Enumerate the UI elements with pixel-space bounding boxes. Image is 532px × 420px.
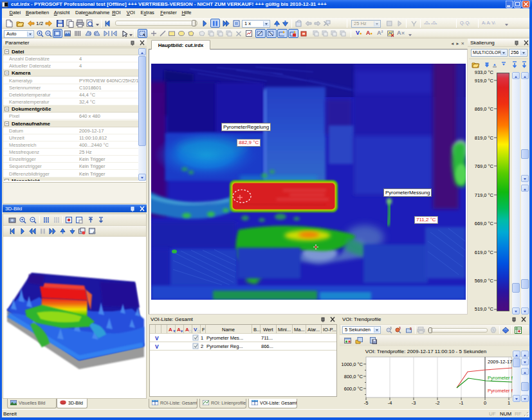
svg-text:3: 3 (410, 327, 412, 331)
svg-text:-5: -5 (364, 400, 369, 405)
svg-text:V: V (155, 335, 159, 342)
svg-text:F: F (202, 327, 205, 333)
svg-text:Pyrometer Reg...: Pyrometer Reg... (206, 343, 243, 349)
svg-text:V: V (155, 343, 159, 350)
svg-text:-1: -1 (459, 400, 464, 405)
svg-text:Pyrometer f: Pyrometer f (488, 388, 513, 394)
svg-text:919,0 °C: 919,0 °C (475, 78, 494, 84)
svg-text:519,0 °C: 519,0 °C (475, 306, 494, 312)
svg-text:Name: Name (222, 327, 235, 333)
svg-text:619,0 °C: 619,0 °C (475, 250, 494, 255)
svg-text:VOI: Trendprofile: 2009-12-17: VOI: Trendprofile: 2009-12-17 11:00:10 -… (365, 349, 486, 354)
svg-text:Pyrometer f: Pyrometer f (488, 375, 513, 381)
svg-text:933,0 °C: 933,0 °C (475, 69, 494, 75)
svg-text:-3: -3 (412, 400, 416, 405)
svg-text:Wert: Wert (263, 327, 274, 333)
svg-text:600,0 °C: 600,0 °C (344, 386, 363, 392)
svg-text:0: 0 (484, 400, 486, 405)
svg-text:▼: ▼ (172, 329, 176, 333)
svg-text:Pyrometer Mes...: Pyrometer Mes... (206, 335, 243, 341)
svg-text:1: 1 (508, 400, 510, 405)
svg-text:866...: 866... (261, 343, 273, 349)
svg-text:3: 3 (390, 326, 392, 330)
svg-text:669,0 °C: 669,0 °C (475, 221, 494, 226)
svg-text:IO-P...: IO-P... (323, 327, 336, 333)
svg-text:□: □ (189, 329, 192, 333)
svg-text:711...: 711... (261, 335, 273, 341)
svg-text:769,0 °C: 769,0 °C (475, 163, 494, 169)
svg-text:569,0 °C: 569,0 °C (475, 278, 494, 284)
svg-text:-2: -2 (436, 400, 440, 405)
svg-text:819,0 °C: 819,0 °C (475, 135, 494, 141)
svg-text:-4: -4 (388, 400, 392, 405)
svg-text:3: 3 (399, 326, 401, 330)
svg-text:869,0 °C: 869,0 °C (475, 106, 494, 112)
svg-text:Ma...: Ma... (294, 327, 305, 333)
svg-text:1: 1 (201, 335, 203, 341)
svg-text:Alar...: Alar... (307, 327, 320, 333)
svg-text:B...: B... (253, 327, 261, 333)
svg-text:719,0 °C: 719,0 °C (475, 192, 494, 198)
svg-text:1000,0 °C: 1000,0 °C (342, 361, 363, 367)
svg-text:800,0 °C: 800,0 °C (344, 374, 363, 379)
svg-text:2009-12-17: 2009-12-17 (488, 359, 512, 365)
svg-text:2: 2 (201, 343, 203, 349)
svg-text:Mini...: Mini... (278, 327, 291, 333)
svg-text:□: □ (197, 329, 200, 333)
